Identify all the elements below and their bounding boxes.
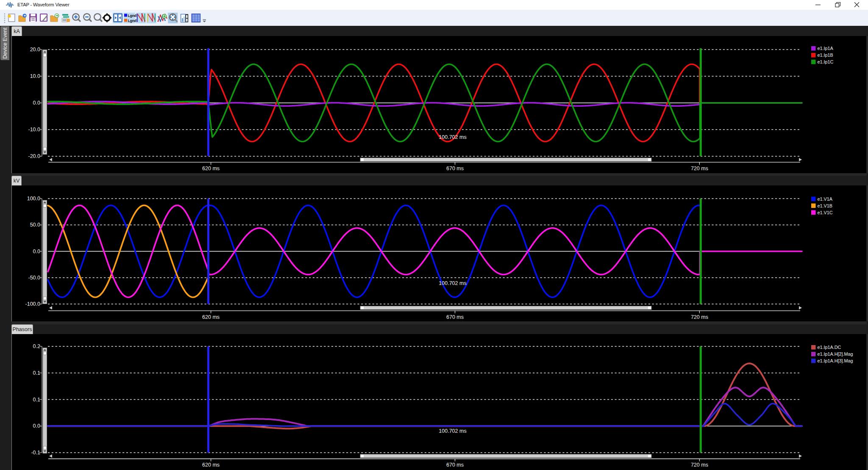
svg-text:-100.0: -100.0: [25, 301, 40, 307]
svg-text:0.1: 0.1: [33, 397, 40, 403]
svg-text:-10.0: -10.0: [28, 127, 41, 133]
svg-text:100.702 ms: 100.702 ms: [439, 134, 466, 140]
svg-text:-50.0: -50.0: [28, 275, 41, 281]
svg-text:e1.V1A: e1.V1A: [818, 196, 833, 202]
svg-text:-20.0: -20.0: [28, 153, 41, 159]
svg-text:e1.Ip1A.H[3].Mag: e1.Ip1A.H[3].Mag: [818, 358, 853, 363]
svg-text:620 ms: 620 ms: [202, 314, 220, 320]
svg-text:620 ms: 620 ms: [202, 462, 220, 468]
svg-text:0.2: 0.2: [33, 343, 40, 349]
svg-text:100.702 ms: 100.702 ms: [439, 428, 466, 434]
svg-text:e1.Ip1A: e1.Ip1A: [818, 46, 834, 51]
svg-text:100.702 ms: 100.702 ms: [439, 280, 466, 286]
svg-text:e1.Ip1A.DC: e1.Ip1A.DC: [818, 345, 841, 350]
svg-text:10.0: 10.0: [30, 73, 40, 79]
svg-text:e1.V1C: e1.V1C: [818, 210, 833, 215]
svg-text:0.0: 0.0: [33, 423, 40, 429]
svg-text:670 ms: 670 ms: [446, 314, 464, 320]
svg-text:e1.V1B: e1.V1B: [818, 203, 832, 208]
svg-text:-0.1: -0.1: [31, 450, 40, 456]
svg-text:0.1: 0.1: [33, 370, 40, 376]
svg-text:100.0: 100.0: [27, 196, 40, 202]
svg-text:e1.Ip1A.H[2].Mag: e1.Ip1A.H[2].Mag: [818, 351, 853, 357]
svg-text:e1.Ip1B: e1.Ip1B: [818, 53, 833, 58]
svg-text:20.0: 20.0: [30, 47, 40, 53]
svg-text:620 ms: 620 ms: [202, 166, 220, 171]
svg-text:720 ms: 720 ms: [691, 314, 708, 320]
svg-text:0.0: 0.0: [33, 100, 40, 106]
svg-text:720 ms: 720 ms: [691, 166, 708, 171]
svg-text:e1.Ip1C: e1.Ip1C: [818, 59, 834, 64]
svg-text:670 ms: 670 ms: [446, 462, 464, 468]
svg-text:720 ms: 720 ms: [691, 462, 708, 468]
svg-text:670 ms: 670 ms: [446, 166, 464, 171]
svg-text:50.0: 50.0: [30, 222, 40, 228]
svg-text:0.0: 0.0: [33, 249, 40, 254]
